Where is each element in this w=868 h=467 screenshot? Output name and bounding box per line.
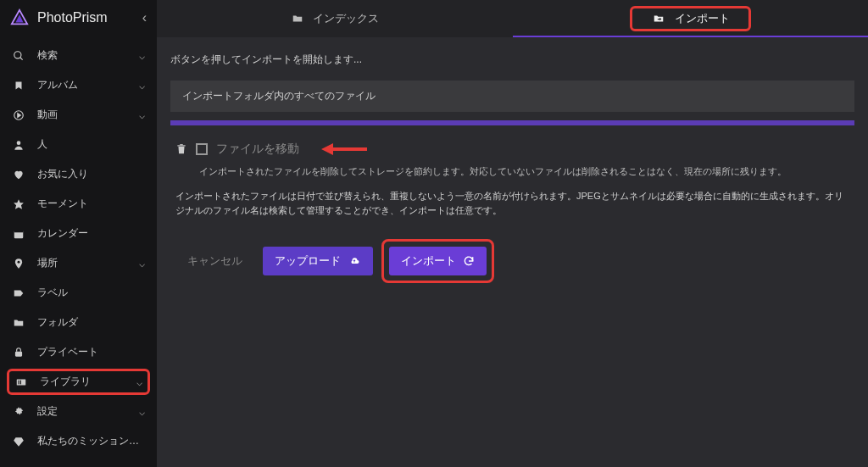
tab-import[interactable]: インポート — [513, 0, 869, 37]
tab-label: インデックス — [313, 11, 379, 26]
svg-marker-7 — [14, 199, 24, 209]
tab-label: インポート — [675, 11, 730, 26]
svg-rect-19 — [180, 144, 183, 145]
svg-rect-14 — [20, 380, 21, 384]
move-files-option: ファイルを移動 — [170, 141, 854, 158]
sidebar-header: PhotoPrism ‹ — [0, 0, 157, 36]
highlight-box: インポート — [630, 6, 751, 31]
lock-icon — [12, 346, 25, 359]
move-files-label: ファイルを移動 — [216, 142, 299, 157]
sidebar-item-places[interactable]: 場所 ⌵ — [0, 248, 157, 278]
app-title: PhotoPrism — [37, 10, 134, 25]
annotation-arrow — [321, 141, 369, 158]
chevron-down-icon: ⌵ — [139, 258, 145, 270]
import-button[interactable]: インポート — [389, 247, 487, 275]
label-icon — [12, 286, 25, 300]
move-files-description: インポートされたファイルを削除してストレージを節約します。対応していないファイル… — [170, 161, 854, 179]
tabs: インデックス インポート — [157, 0, 868, 37]
chevron-down-icon: ⌵ — [139, 109, 145, 121]
active-tab-indicator — [513, 36, 869, 37]
trash-icon — [175, 142, 187, 156]
chevron-down-icon: ⌵ — [139, 50, 145, 62]
sidebar-item-labels[interactable]: ラベル — [0, 278, 157, 308]
sidebar-item-people[interactable]: 人 — [0, 130, 157, 159]
main: インデックス インポート ボタンを押してインポートを開始します... インポート… — [157, 0, 868, 467]
button-label: キャンセル — [187, 253, 242, 269]
sidebar-item-support[interactable]: 私たちのミッションを支援... — [0, 426, 157, 456]
svg-rect-9 — [14, 230, 24, 231]
location-icon — [12, 257, 25, 270]
search-icon — [12, 49, 25, 63]
nav-label: カレンダー — [37, 226, 145, 241]
nav-label: プライベート — [37, 345, 145, 359]
calendar-icon — [12, 227, 25, 241]
sidebar-item-folders[interactable]: フォルダ — [0, 308, 157, 337]
svg-rect-13 — [19, 380, 19, 384]
sidebar-item-moments[interactable]: モーメント — [0, 189, 157, 219]
person-icon — [12, 138, 25, 152]
nav-label: 場所 — [37, 256, 127, 270]
diamond-icon — [12, 435, 25, 448]
nav-label: お気に入り — [37, 167, 145, 181]
folder-icon — [291, 13, 304, 25]
sidebar-item-albums[interactable]: アルバム ⌵ — [0, 70, 157, 100]
svg-point-6 — [17, 141, 21, 145]
svg-marker-5 — [18, 113, 20, 117]
import-folder-icon — [651, 13, 666, 25]
logo-icon — [10, 8, 29, 27]
highlight-box: インポート — [381, 239, 494, 283]
status-text: ボタンを押してインポートを開始します... — [170, 53, 854, 67]
play-icon — [12, 108, 25, 122]
nav-label: 私たちのミッションを支援... — [37, 434, 145, 448]
nav-label: モーメント — [37, 197, 145, 211]
sidebar-item-private[interactable]: プライベート — [0, 337, 157, 367]
tab-index[interactable]: インデックス — [157, 0, 513, 37]
nav-label: 動画 — [37, 108, 127, 122]
sidebar: PhotoPrism ‹ 検索 ⌵ アルバム ⌵ 動画 ⌵ 人 — [0, 0, 157, 467]
sidebar-item-videos[interactable]: 動画 ⌵ — [0, 100, 157, 130]
chevron-down-icon: ⌵ — [139, 406, 145, 418]
upload-button[interactable]: アップロード — [263, 247, 373, 275]
svg-line-3 — [20, 57, 23, 59]
button-label: インポート — [401, 253, 456, 269]
nav-label: アルバム — [37, 78, 127, 92]
svg-rect-11 — [15, 351, 22, 356]
sidebar-item-favorites[interactable]: お気に入り — [0, 159, 157, 189]
move-files-checkbox[interactable] — [196, 143, 208, 155]
svg-point-2 — [14, 51, 21, 58]
nav-label: 検索 — [37, 48, 127, 63]
svg-marker-16 — [14, 437, 24, 447]
progress-bar — [170, 120, 854, 125]
gear-icon — [12, 405, 25, 419]
nav-label: ライブラリ — [40, 375, 125, 389]
chevron-down-icon: ⌵ — [136, 376, 142, 388]
bookmark-icon — [12, 79, 25, 92]
sidebar-item-library[interactable]: ライブラリ ⌵ — [7, 369, 150, 395]
svg-marker-21 — [321, 143, 333, 155]
nav-label: 人 — [37, 137, 145, 152]
content: ボタンを押してインポートを開始します... インポートフォルダ内のすべてのファイ… — [157, 37, 868, 298]
collapse-sidebar-icon[interactable]: ‹ — [142, 10, 147, 25]
import-info: インポートされたファイルは日付で並び替えられ、重複しないよう一意の名前が付けられ… — [170, 179, 854, 219]
nav-label: 設定 — [37, 404, 127, 419]
actions-row: キャンセル アップロード インポート — [170, 219, 854, 283]
folder-select[interactable]: インポートフォルダ内のすべてのファイル — [170, 81, 854, 112]
nav-label: フォルダ — [37, 315, 145, 330]
nav-list: 検索 ⌵ アルバム ⌵ 動画 ⌵ 人 お気に入り — [0, 36, 157, 461]
cloud-upload-icon — [348, 256, 361, 266]
heart-icon — [12, 168, 25, 181]
button-label: アップロード — [275, 253, 341, 269]
svg-rect-18 — [177, 145, 185, 146]
svg-point-10 — [18, 260, 20, 263]
cancel-button[interactable]: キャンセル — [175, 247, 254, 275]
sidebar-item-calendar[interactable]: カレンダー — [0, 219, 157, 248]
library-icon — [14, 375, 28, 389]
folder-icon — [12, 316, 25, 330]
star-icon — [12, 197, 25, 211]
chevron-down-icon: ⌵ — [139, 80, 145, 92]
sidebar-item-search[interactable]: 検索 ⌵ — [0, 41, 157, 70]
sync-icon — [463, 255, 475, 267]
sidebar-item-settings[interactable]: 設定 ⌵ — [0, 397, 157, 426]
nav-label: ラベル — [37, 286, 145, 300]
